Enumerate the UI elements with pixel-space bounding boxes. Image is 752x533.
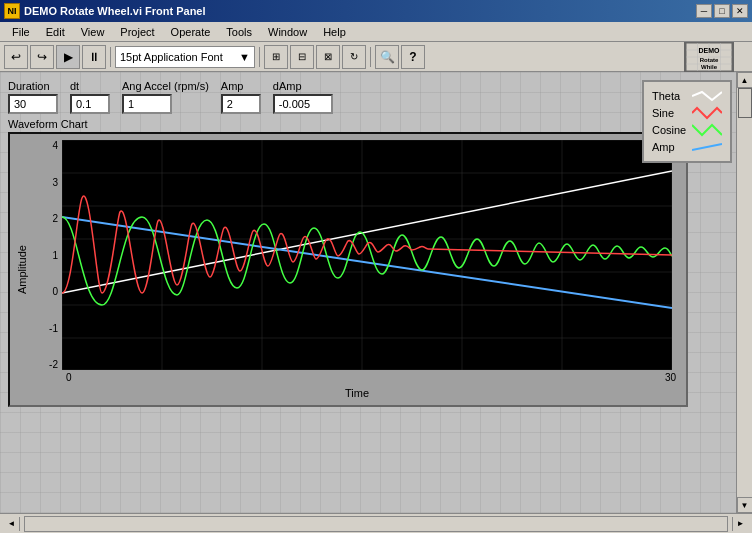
y-tick-2: 2 [34,213,58,224]
chart-title: Waveform Chart [8,118,744,130]
legend-amp-label: Amp [652,141,675,153]
dt-control: dt [70,80,110,114]
resize-button[interactable]: ⊠ [316,45,340,69]
legend-cosine: Cosine [652,123,722,137]
title-bar: NI DEMO Rotate Wheel.vi Front Panel ─ □ … [0,0,752,22]
chart-outer: Amplitude 4 3 2 1 0 -1 -2 [8,132,688,407]
menu-help[interactable]: Help [315,24,354,40]
window-controls[interactable]: ─ □ ✕ [696,4,748,18]
legend-sine-label: Sine [652,107,674,119]
y-tick-m1: -1 [34,323,58,334]
x-axis: 0 30 [34,370,680,385]
legend-sine: Sine [652,106,722,120]
toolbar-sep2 [259,47,260,67]
scroll-left-button[interactable]: ◄ [4,517,20,531]
scroll-track-h [25,517,727,531]
maximize-button[interactable]: □ [714,4,730,18]
amp-input[interactable] [221,94,261,114]
svg-text:DEMO: DEMO [699,47,721,54]
y-tick-0: 0 [34,286,58,297]
legend-sine-icon [692,106,722,120]
waveform-svg [62,140,672,370]
dt-label: dt [70,80,110,92]
panel-area: Duration dt Ang Accel (rpm/s) Amp dAmp [0,72,752,513]
demo-badge-graphic: DEMO Rotate While [686,43,732,71]
font-dropdown-arrow: ▼ [239,51,250,63]
legend-amp: Amp [652,140,722,154]
dt-input[interactable] [70,94,110,114]
menu-bar: File Edit View Project Operate Tools Win… [0,22,752,42]
y-tick-1: 1 [34,250,58,261]
legend-cosine-label: Cosine [652,124,686,136]
theta-line [62,171,672,293]
app-icon: NI [4,3,20,19]
amp-control: Amp [221,80,261,114]
y-axis-label: Amplitude [16,140,32,399]
damp-label: dAmp [273,80,333,92]
legend-theta: Theta [652,89,722,103]
menu-operate[interactable]: Operate [163,24,219,40]
amp-line [62,217,672,308]
legend-theta-icon [692,89,722,103]
menu-window[interactable]: Window [260,24,315,40]
scroll-down-button[interactable]: ▼ [737,497,753,513]
distribute-button[interactable]: ⊟ [290,45,314,69]
legend-theta-label: Theta [652,90,680,102]
svg-text:While: While [701,64,718,70]
waveform-chart-container: Waveform Chart Amplitude 4 3 2 1 0 -1 [8,118,744,407]
y-tick-m2: -2 [34,359,58,370]
y-ticks: 4 3 2 1 0 -1 -2 [34,140,62,370]
help-button[interactable]: ? [401,45,425,69]
damp-input[interactable] [273,94,333,114]
legend-panel: Theta Sine Cosine Amp [642,80,732,163]
menu-view[interactable]: View [73,24,113,40]
font-selector-text: 15pt Application Font [120,51,223,63]
ang-accel-label: Ang Accel (rpm/s) [122,80,209,92]
y-tick-3: 3 [34,177,58,188]
undo-button[interactable]: ↩ [4,45,28,69]
toolbar-sep3 [370,47,371,67]
damp-control: dAmp [273,80,333,114]
svg-text:Rotate: Rotate [700,57,719,63]
status-bar: ◄ ► [0,513,752,533]
menu-edit[interactable]: Edit [38,24,73,40]
duration-input[interactable] [8,94,58,114]
chart-with-yticks: 4 3 2 1 0 -1 -2 [34,140,680,370]
demo-badge: DEMO Rotate While [684,42,734,72]
run-button[interactable]: ▶ [56,45,80,69]
menu-project[interactable]: Project [112,24,162,40]
menu-tools[interactable]: Tools [218,24,260,40]
search-button[interactable]: 🔍 [375,45,399,69]
ang-accel-input[interactable] [122,94,172,114]
chart-canvas [62,140,672,370]
svg-line-10 [692,144,722,150]
font-selector[interactable]: 15pt Application Font ▼ [115,46,255,68]
x-tick-30: 30 [665,372,676,383]
toolbar: ↩ ↪ ▶ ⏸ 15pt Application Font ▼ ⊞ ⊟ ⊠ ↻ … [0,42,752,72]
x-axis-label: Time [34,387,680,399]
toolbar-sep1 [110,47,111,67]
legend-cosine-icon [692,123,722,137]
chart-inner-wrap: 4 3 2 1 0 -1 -2 [34,140,680,399]
window-title: DEMO Rotate Wheel.vi Front Panel [24,5,206,17]
sine-path [62,196,672,293]
duration-control: Duration [8,80,58,114]
rotate-button[interactable]: ↻ [342,45,366,69]
redo-button[interactable]: ↪ [30,45,54,69]
x-tick-0: 0 [66,372,72,383]
scroll-right-button[interactable]: ► [732,517,748,531]
scrollbar-horizontal [24,516,728,532]
main-content: Duration dt Ang Accel (rpm/s) Amp dAmp [0,72,752,513]
menu-file[interactable]: File [4,24,38,40]
title-bar-left: NI DEMO Rotate Wheel.vi Front Panel [4,3,206,19]
duration-label: Duration [8,80,58,92]
minimize-button[interactable]: ─ [696,4,712,18]
y-tick-4: 4 [34,140,58,151]
close-button[interactable]: ✕ [732,4,748,18]
ang-accel-control: Ang Accel (rpm/s) [122,80,209,114]
pause-button[interactable]: ⏸ [82,45,106,69]
amp-label: Amp [221,80,261,92]
align-button[interactable]: ⊞ [264,45,288,69]
controls-row: Duration dt Ang Accel (rpm/s) Amp dAmp [8,80,744,114]
legend-amp-icon [692,140,722,154]
